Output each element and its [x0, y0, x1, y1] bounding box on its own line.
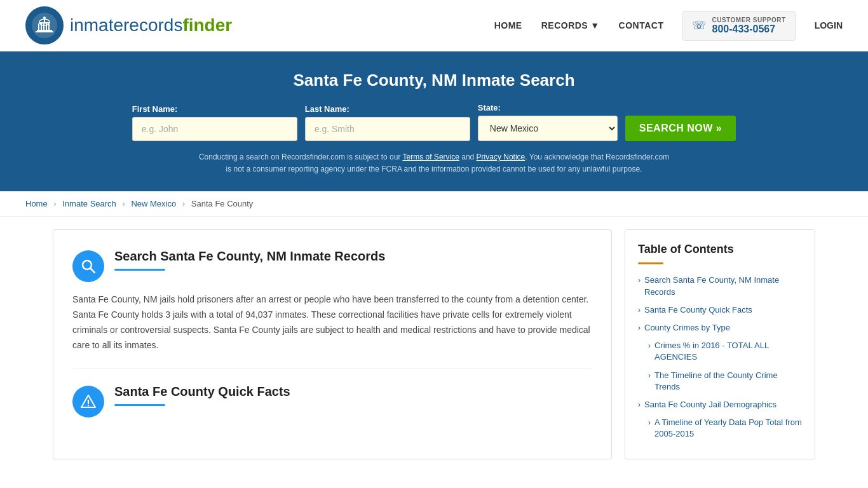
toc-item-6: › Santa Fe County Jail Demographics — [638, 399, 802, 410]
state-select[interactable]: New Mexico Alabama Alaska Arizona Califo… — [478, 116, 618, 141]
chevron-down-icon: ▼ — [590, 20, 599, 30]
svg-rect-9 — [36, 31, 53, 32]
nav-home[interactable]: HOME — [494, 20, 522, 30]
sidebar: Table of Contents › Search Santa Fe Coun… — [625, 229, 815, 459]
toc-link-1[interactable]: › Search Santa Fe County, NM Inmate Reco… — [638, 274, 802, 297]
svg-rect-3 — [38, 24, 39, 30]
breadcrumb-sep-2: › — [122, 199, 125, 208]
section2-title-area: Santa Fe County Quick Facts — [114, 384, 592, 406]
toc-list: › Search Santa Fe County, NM Inmate Reco… — [638, 274, 802, 440]
chevron-icon-2: › — [638, 305, 641, 316]
chevron-icon-1: › — [638, 275, 641, 286]
nav-contact[interactable]: CONTACT — [619, 20, 664, 30]
last-name-label: Last Name: — [305, 104, 349, 114]
chevron-icon-6: › — [638, 400, 641, 410]
toc-underline — [638, 262, 663, 264]
first-name-input[interactable] — [132, 117, 297, 141]
breadcrumb-new-mexico[interactable]: New Mexico — [131, 199, 176, 208]
logo-text: inmaterecordsfinder — [70, 15, 232, 36]
main-container: Search Santa Fe County, NM Inmate Record… — [27, 229, 841, 459]
last-name-input[interactable] — [305, 117, 470, 141]
toc-link-6[interactable]: › Santa Fe County Jail Demographics — [638, 399, 802, 410]
section1-title-area: Search Santa Fe County, NM Inmate Record… — [114, 249, 592, 271]
breadcrumb-current: Santa Fe County — [191, 199, 254, 208]
nav-records[interactable]: RECORDS ▼ — [541, 20, 600, 30]
section1-header: Search Santa Fe County, NM Inmate Record… — [72, 249, 592, 282]
breadcrumb: Home › Inmate Search › New Mexico › Sant… — [0, 191, 868, 217]
nav-login[interactable]: LOGIN — [815, 20, 843, 30]
toc-link-4[interactable]: › Crimes % in 2016 - TOTAL ALL AGENCIES — [648, 340, 802, 363]
toc-item-1: › Search Santa Fe County, NM Inmate Reco… — [638, 274, 802, 297]
privacy-link[interactable]: Privacy Notice — [477, 152, 526, 161]
logo-icon — [25, 6, 64, 44]
customer-support-box[interactable]: ☏ CUSTOMER SUPPORT 800-433-0567 — [682, 11, 795, 41]
site-header: inmaterecordsfinder HOME RECORDS ▼ CONTA… — [0, 0, 868, 51]
svg-line-13 — [90, 268, 95, 273]
toc-item-4: › Crimes % in 2016 - TOTAL ALL AGENCIES — [648, 340, 802, 363]
last-name-group: Last Name: — [305, 104, 470, 141]
search-form: First Name: Last Name: State: New Mexico… — [25, 103, 843, 141]
tos-link[interactable]: Terms of Service — [403, 152, 459, 161]
chevron-icon-3: › — [638, 323, 641, 334]
toc-item-2: › Santa Fe County Quick Facts — [638, 304, 802, 316]
toc-link-5[interactable]: › The Timeline of the County Crime Trend… — [648, 370, 802, 393]
svg-rect-4 — [41, 24, 42, 30]
section-divider — [72, 369, 592, 369]
chevron-icon-4: › — [648, 341, 651, 351]
first-name-group: First Name: — [132, 104, 297, 141]
phone-icon: ☏ — [692, 18, 707, 32]
first-name-label: First Name: — [132, 104, 178, 114]
section1-body: Santa Fe County, NM jails hold prisoners… — [72, 292, 592, 353]
chevron-icon-7: › — [648, 417, 651, 428]
toc-card: Table of Contents › Search Santa Fe Coun… — [625, 229, 815, 459]
hero-section: Santa Fe County, NM Inmate Search First … — [0, 51, 868, 191]
section2-underline — [114, 404, 165, 406]
breadcrumb-inmate-search[interactable]: Inmate Search — [62, 199, 116, 208]
content-card: Search Santa Fe County, NM Inmate Record… — [53, 229, 612, 459]
toc-link-7[interactable]: › A Timeline of Yearly Data Pop Total fr… — [648, 417, 802, 440]
logo-area: inmaterecordsfinder — [25, 6, 232, 44]
svg-rect-8 — [37, 30, 52, 31]
toc-link-3[interactable]: › County Crimes by Type — [638, 322, 802, 334]
toc-title: Table of Contents — [638, 243, 802, 256]
svg-rect-6 — [46, 24, 47, 30]
section1-title: Search Santa Fe County, NM Inmate Record… — [114, 249, 592, 264]
search-icon-circle — [72, 250, 104, 282]
toc-link-2[interactable]: › Santa Fe County Quick Facts — [638, 304, 802, 316]
section1-underline — [114, 269, 165, 271]
svg-point-11 — [43, 17, 46, 19]
section2-header: Santa Fe County Quick Facts — [72, 384, 592, 417]
alert-icon-circle — [72, 386, 104, 417]
section-quick-facts: Santa Fe County Quick Facts — [72, 384, 592, 417]
section2-title: Santa Fe County Quick Facts — [114, 384, 592, 399]
breadcrumb-sep-1: › — [53, 199, 56, 208]
state-label: State: — [478, 103, 501, 112]
toc-item-5: › The Timeline of the County Crime Trend… — [648, 370, 802, 393]
chevron-icon-5: › — [648, 370, 651, 381]
svg-rect-5 — [43, 24, 44, 30]
section-inmate-records: Search Santa Fe County, NM Inmate Record… — [72, 249, 592, 353]
search-button[interactable]: SEARCH NOW » — [625, 116, 736, 141]
svg-rect-7 — [48, 24, 50, 30]
customer-support-text: CUSTOMER SUPPORT 800-433-0567 — [712, 17, 785, 35]
state-group: State: New Mexico Alabama Alaska Arizona… — [478, 103, 618, 141]
toc-item-3: › County Crimes by Type — [638, 322, 802, 334]
breadcrumb-sep-3: › — [182, 199, 185, 208]
svg-point-16 — [88, 404, 89, 405]
breadcrumb-home[interactable]: Home — [25, 199, 48, 208]
svg-rect-2 — [39, 22, 50, 24]
toc-item-7: › A Timeline of Yearly Data Pop Total fr… — [648, 417, 802, 440]
main-nav: HOME RECORDS ▼ CONTACT ☏ CUSTOMER SUPPOR… — [494, 11, 843, 41]
disclaimer-text: Conducting a search on Recordsfinder.com… — [196, 151, 672, 175]
hero-title: Santa Fe County, NM Inmate Search — [25, 71, 843, 90]
